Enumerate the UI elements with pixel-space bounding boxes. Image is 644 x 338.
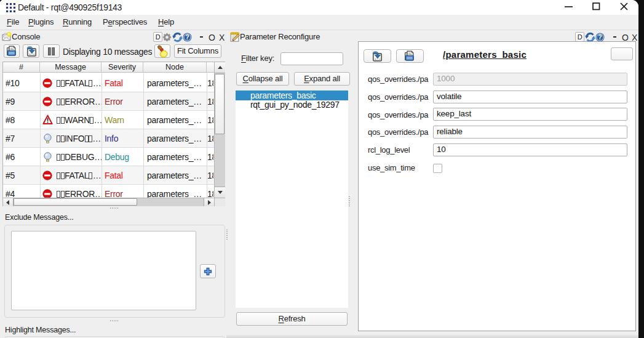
- svg-text:?: ?: [598, 33, 602, 41]
- svg-text:?: ?: [185, 33, 189, 41]
